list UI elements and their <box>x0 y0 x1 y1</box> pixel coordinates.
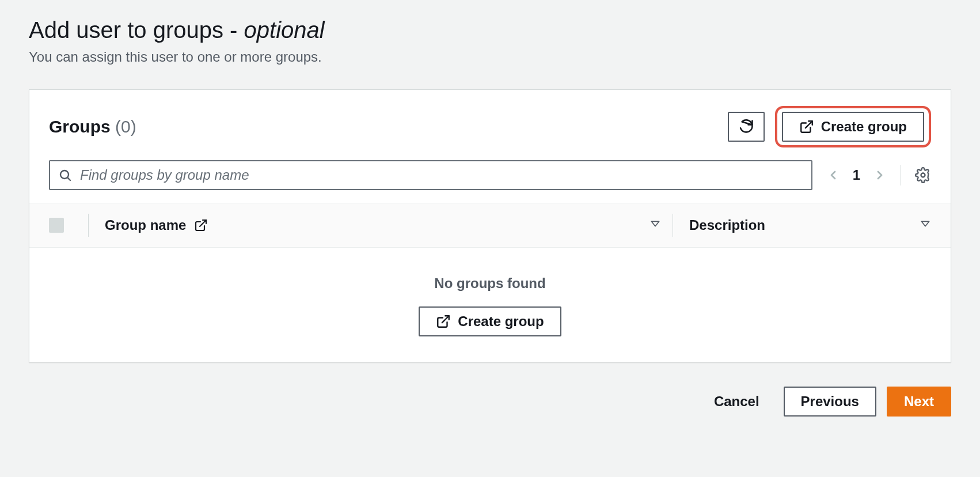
search-container[interactable] <box>49 160 812 190</box>
column-description-label: Description <box>689 217 765 233</box>
pagination: 1 <box>826 167 887 183</box>
panel-title: Groups (0) <box>49 117 136 137</box>
column-divider <box>673 214 673 237</box>
svg-line-0 <box>805 121 812 128</box>
svg-line-4 <box>200 220 206 226</box>
svg-line-2 <box>67 177 70 180</box>
panel-count: (0) <box>115 117 136 136</box>
search-icon <box>58 168 72 182</box>
page-title: Add user to groups - optional <box>29 17 951 43</box>
external-link-icon <box>436 314 451 329</box>
svg-line-7 <box>442 316 449 323</box>
create-group-button-label: Create group <box>821 119 907 135</box>
create-group-button[interactable]: Create group <box>782 112 924 142</box>
page-title-suffix: optional <box>244 17 325 43</box>
column-description[interactable]: Description <box>689 217 931 233</box>
chevron-right-icon <box>873 168 887 182</box>
empty-state: No groups found Create group <box>29 248 951 362</box>
empty-create-group-label: Create group <box>458 313 544 330</box>
settings-button[interactable] <box>915 167 931 183</box>
groups-panel: Groups (0) Create group <box>29 89 951 362</box>
table-header: Group name Description <box>29 203 951 248</box>
column-divider <box>88 214 89 237</box>
pagination-prev[interactable] <box>826 168 840 182</box>
column-group-name[interactable]: Group name <box>105 217 673 233</box>
search-input[interactable] <box>80 167 803 183</box>
page-subtitle: You can assign this user to one or more … <box>29 49 951 65</box>
svg-marker-6 <box>921 221 929 226</box>
cancel-button[interactable]: Cancel <box>700 385 773 418</box>
svg-marker-5 <box>651 221 659 226</box>
next-button[interactable]: Next <box>887 387 951 417</box>
gear-icon <box>915 167 931 183</box>
page-title-prefix: Add user to groups <box>29 17 223 43</box>
pagination-next[interactable] <box>873 168 887 182</box>
panel-header: Groups (0) Create group <box>29 90 951 160</box>
empty-state-title: No groups found <box>29 275 951 292</box>
toolbar-divider <box>901 165 901 186</box>
page-number: 1 <box>853 167 860 183</box>
refresh-icon <box>738 119 754 135</box>
panel-title-text: Groups <box>49 117 111 136</box>
wizard-footer: Cancel Previous Next <box>29 385 951 418</box>
chevron-left-icon <box>826 168 840 182</box>
svg-point-3 <box>921 173 925 177</box>
previous-button[interactable]: Previous <box>784 387 876 417</box>
refresh-button[interactable] <box>728 112 765 142</box>
empty-create-group-button[interactable]: Create group <box>419 306 561 336</box>
sort-group-name[interactable] <box>649 219 661 231</box>
create-group-highlight: Create group <box>775 106 931 147</box>
select-all-checkbox[interactable] <box>49 218 64 233</box>
sort-description[interactable] <box>920 219 931 231</box>
page-title-separator: - <box>223 17 244 43</box>
select-all-cell <box>49 218 88 233</box>
sort-icon <box>649 219 661 231</box>
column-group-name-label: Group name <box>105 217 186 233</box>
sort-icon <box>920 219 931 231</box>
panel-actions: Create group <box>728 106 931 147</box>
panel-toolbar: 1 <box>29 160 951 203</box>
external-link-icon <box>799 119 814 134</box>
external-link-icon <box>194 218 208 232</box>
